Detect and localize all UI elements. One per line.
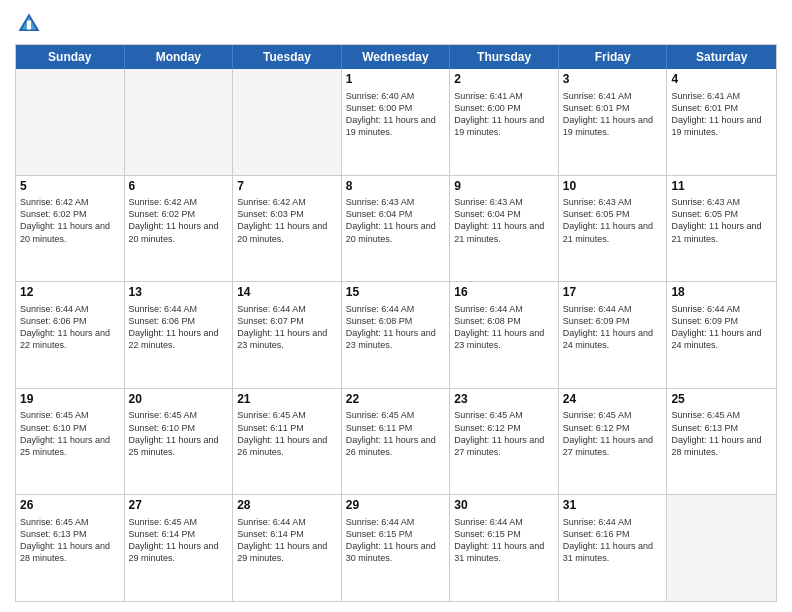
day-number: 29 (346, 498, 446, 514)
day-number: 30 (454, 498, 554, 514)
calendar-week-4: 26Sunrise: 6:45 AM Sunset: 6:13 PM Dayli… (16, 494, 776, 601)
day-number: 27 (129, 498, 229, 514)
calendar-week-0: 1Sunrise: 6:40 AM Sunset: 6:00 PM Daylig… (16, 69, 776, 175)
calendar-day-28: 28Sunrise: 6:44 AM Sunset: 6:14 PM Dayli… (233, 495, 342, 601)
calendar: SundayMondayTuesdayWednesdayThursdayFrid… (15, 44, 777, 602)
day-info: Sunrise: 6:44 AM Sunset: 6:16 PM Dayligh… (563, 516, 663, 565)
day-info: Sunrise: 6:45 AM Sunset: 6:11 PM Dayligh… (346, 409, 446, 458)
day-number: 25 (671, 392, 772, 408)
calendar-day-9: 9Sunrise: 6:43 AM Sunset: 6:04 PM Daylig… (450, 176, 559, 282)
day-number: 5 (20, 179, 120, 195)
calendar-day-1: 1Sunrise: 6:40 AM Sunset: 6:00 PM Daylig… (342, 69, 451, 175)
day-number: 20 (129, 392, 229, 408)
calendar-day-14: 14Sunrise: 6:44 AM Sunset: 6:07 PM Dayli… (233, 282, 342, 388)
day-number: 23 (454, 392, 554, 408)
calendar-week-1: 5Sunrise: 6:42 AM Sunset: 6:02 PM Daylig… (16, 175, 776, 282)
calendar-day-23: 23Sunrise: 6:45 AM Sunset: 6:12 PM Dayli… (450, 389, 559, 495)
calendar-day-31: 31Sunrise: 6:44 AM Sunset: 6:16 PM Dayli… (559, 495, 668, 601)
day-number: 19 (20, 392, 120, 408)
day-info: Sunrise: 6:44 AM Sunset: 6:07 PM Dayligh… (237, 303, 337, 352)
calendar-day-6: 6Sunrise: 6:42 AM Sunset: 6:02 PM Daylig… (125, 176, 234, 282)
day-info: Sunrise: 6:44 AM Sunset: 6:08 PM Dayligh… (454, 303, 554, 352)
day-number: 28 (237, 498, 337, 514)
day-number: 1 (346, 72, 446, 88)
calendar-header: SundayMondayTuesdayWednesdayThursdayFrid… (16, 45, 776, 69)
day-number: 9 (454, 179, 554, 195)
calendar-day-30: 30Sunrise: 6:44 AM Sunset: 6:15 PM Dayli… (450, 495, 559, 601)
day-info: Sunrise: 6:40 AM Sunset: 6:00 PM Dayligh… (346, 90, 446, 139)
day-info: Sunrise: 6:42 AM Sunset: 6:02 PM Dayligh… (20, 196, 120, 245)
day-number: 7 (237, 179, 337, 195)
calendar-empty-cell (16, 69, 125, 175)
day-number: 15 (346, 285, 446, 301)
calendar-day-26: 26Sunrise: 6:45 AM Sunset: 6:13 PM Dayli… (16, 495, 125, 601)
day-number: 12 (20, 285, 120, 301)
day-info: Sunrise: 6:45 AM Sunset: 6:14 PM Dayligh… (129, 516, 229, 565)
day-info: Sunrise: 6:45 AM Sunset: 6:10 PM Dayligh… (129, 409, 229, 458)
day-info: Sunrise: 6:43 AM Sunset: 6:05 PM Dayligh… (671, 196, 772, 245)
day-info: Sunrise: 6:41 AM Sunset: 6:00 PM Dayligh… (454, 90, 554, 139)
day-info: Sunrise: 6:44 AM Sunset: 6:09 PM Dayligh… (671, 303, 772, 352)
day-info: Sunrise: 6:41 AM Sunset: 6:01 PM Dayligh… (671, 90, 772, 139)
logo (15, 10, 45, 38)
calendar-day-5: 5Sunrise: 6:42 AM Sunset: 6:02 PM Daylig… (16, 176, 125, 282)
calendar-body: 1Sunrise: 6:40 AM Sunset: 6:00 PM Daylig… (16, 69, 776, 601)
day-info: Sunrise: 6:41 AM Sunset: 6:01 PM Dayligh… (563, 90, 663, 139)
day-number: 16 (454, 285, 554, 301)
day-info: Sunrise: 6:45 AM Sunset: 6:11 PM Dayligh… (237, 409, 337, 458)
header-day-monday: Monday (125, 45, 234, 69)
logo-icon (15, 10, 43, 38)
day-info: Sunrise: 6:44 AM Sunset: 6:14 PM Dayligh… (237, 516, 337, 565)
day-number: 10 (563, 179, 663, 195)
calendar-day-29: 29Sunrise: 6:44 AM Sunset: 6:15 PM Dayli… (342, 495, 451, 601)
calendar-day-11: 11Sunrise: 6:43 AM Sunset: 6:05 PM Dayli… (667, 176, 776, 282)
day-number: 24 (563, 392, 663, 408)
header-day-thursday: Thursday (450, 45, 559, 69)
day-number: 26 (20, 498, 120, 514)
day-info: Sunrise: 6:44 AM Sunset: 6:15 PM Dayligh… (454, 516, 554, 565)
calendar-day-22: 22Sunrise: 6:45 AM Sunset: 6:11 PM Dayli… (342, 389, 451, 495)
day-number: 31 (563, 498, 663, 514)
day-info: Sunrise: 6:44 AM Sunset: 6:09 PM Dayligh… (563, 303, 663, 352)
calendar-day-10: 10Sunrise: 6:43 AM Sunset: 6:05 PM Dayli… (559, 176, 668, 282)
header (15, 10, 777, 38)
day-info: Sunrise: 6:45 AM Sunset: 6:10 PM Dayligh… (20, 409, 120, 458)
calendar-week-3: 19Sunrise: 6:45 AM Sunset: 6:10 PM Dayli… (16, 388, 776, 495)
day-number: 2 (454, 72, 554, 88)
calendar-day-21: 21Sunrise: 6:45 AM Sunset: 6:11 PM Dayli… (233, 389, 342, 495)
day-number: 22 (346, 392, 446, 408)
calendar-day-7: 7Sunrise: 6:42 AM Sunset: 6:03 PM Daylig… (233, 176, 342, 282)
day-number: 21 (237, 392, 337, 408)
calendar-week-2: 12Sunrise: 6:44 AM Sunset: 6:06 PM Dayli… (16, 281, 776, 388)
day-info: Sunrise: 6:44 AM Sunset: 6:06 PM Dayligh… (20, 303, 120, 352)
page: SundayMondayTuesdayWednesdayThursdayFrid… (0, 0, 792, 612)
day-info: Sunrise: 6:45 AM Sunset: 6:12 PM Dayligh… (454, 409, 554, 458)
day-number: 17 (563, 285, 663, 301)
day-info: Sunrise: 6:43 AM Sunset: 6:05 PM Dayligh… (563, 196, 663, 245)
day-info: Sunrise: 6:44 AM Sunset: 6:08 PM Dayligh… (346, 303, 446, 352)
calendar-day-8: 8Sunrise: 6:43 AM Sunset: 6:04 PM Daylig… (342, 176, 451, 282)
calendar-day-24: 24Sunrise: 6:45 AM Sunset: 6:12 PM Dayli… (559, 389, 668, 495)
day-number: 4 (671, 72, 772, 88)
calendar-day-18: 18Sunrise: 6:44 AM Sunset: 6:09 PM Dayli… (667, 282, 776, 388)
calendar-day-17: 17Sunrise: 6:44 AM Sunset: 6:09 PM Dayli… (559, 282, 668, 388)
header-day-friday: Friday (559, 45, 668, 69)
header-day-wednesday: Wednesday (342, 45, 451, 69)
day-info: Sunrise: 6:42 AM Sunset: 6:03 PM Dayligh… (237, 196, 337, 245)
calendar-day-25: 25Sunrise: 6:45 AM Sunset: 6:13 PM Dayli… (667, 389, 776, 495)
day-number: 13 (129, 285, 229, 301)
calendar-day-19: 19Sunrise: 6:45 AM Sunset: 6:10 PM Dayli… (16, 389, 125, 495)
calendar-day-13: 13Sunrise: 6:44 AM Sunset: 6:06 PM Dayli… (125, 282, 234, 388)
day-number: 6 (129, 179, 229, 195)
day-number: 3 (563, 72, 663, 88)
day-info: Sunrise: 6:42 AM Sunset: 6:02 PM Dayligh… (129, 196, 229, 245)
calendar-day-2: 2Sunrise: 6:41 AM Sunset: 6:00 PM Daylig… (450, 69, 559, 175)
day-number: 11 (671, 179, 772, 195)
header-day-sunday: Sunday (16, 45, 125, 69)
calendar-day-4: 4Sunrise: 6:41 AM Sunset: 6:01 PM Daylig… (667, 69, 776, 175)
calendar-day-15: 15Sunrise: 6:44 AM Sunset: 6:08 PM Dayli… (342, 282, 451, 388)
day-number: 8 (346, 179, 446, 195)
day-info: Sunrise: 6:44 AM Sunset: 6:06 PM Dayligh… (129, 303, 229, 352)
calendar-day-3: 3Sunrise: 6:41 AM Sunset: 6:01 PM Daylig… (559, 69, 668, 175)
calendar-empty-cell (233, 69, 342, 175)
